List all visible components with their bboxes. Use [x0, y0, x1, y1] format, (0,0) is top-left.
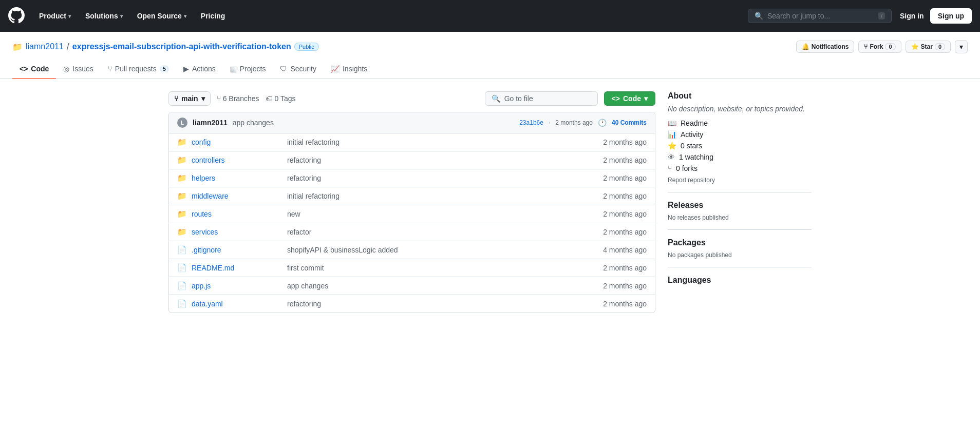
languages-title: Languages — [668, 276, 812, 285]
tab-pullrequests[interactable]: ⑂ Pull requests 5 — [101, 60, 176, 79]
packages-empty: No packages published — [668, 251, 812, 259]
chevron-down-icon: ▾ — [201, 94, 205, 103]
code-button[interactable]: <> Code ▾ — [604, 91, 655, 106]
forks-stat: ⑂ 0 forks — [668, 164, 812, 172]
repo-breadcrumb: 📁 liamn2011 / expressjs-email-subscripti… — [12, 40, 968, 53]
file-commit-routes: new — [279, 210, 598, 218]
file-row-middleware: 📁 middleware initial refactoring 2 month… — [169, 187, 655, 205]
repo-name-link[interactable]: expressjs-email-subscription-api-with-ve… — [72, 42, 291, 51]
file-name-routes[interactable]: routes — [192, 210, 274, 218]
code-icon: <> — [20, 65, 28, 73]
book-icon: 📖 — [668, 119, 676, 127]
star-count: 0 — [935, 43, 945, 50]
file-name-config[interactable]: config — [192, 138, 274, 146]
file-name-helpers[interactable]: helpers — [192, 174, 274, 182]
chevron-down-icon: ▾ — [68, 13, 71, 19]
file-row-readme: 📄 README.md first commit 2 months ago — [169, 259, 655, 277]
fork-icon: ⑂ — [864, 43, 868, 50]
about-section: About No description, website, or topics… — [668, 91, 812, 184]
tab-security[interactable]: 🛡 Security — [273, 60, 324, 79]
star-icon: ⭐ — [911, 43, 919, 50]
watching-stat: 👁 1 watching — [668, 153, 812, 161]
folder-icon: 📁 — [177, 173, 186, 183]
sign-in-link[interactable]: Sign in — [900, 12, 924, 20]
chevron-down-icon: ▾ — [120, 13, 123, 19]
file-name-appjs[interactable]: app.js — [192, 282, 274, 290]
folder-icon: 📁 — [177, 191, 186, 201]
go-to-file-input[interactable]: 🔍 Go to file — [485, 91, 598, 106]
file-name-readme[interactable]: README.md — [192, 264, 274, 272]
nav-item-pricing[interactable]: Pricing — [195, 8, 231, 24]
file-commit-gitignore: shopifyAPI & businessLogic added — [279, 246, 598, 254]
activity-link[interactable]: 📊 Activity — [668, 130, 812, 139]
languages-section: Languages — [668, 267, 812, 285]
folder-icon: 📁 — [177, 156, 186, 165]
file-time-gitignore: 4 months ago — [603, 246, 647, 254]
tags-link[interactable]: 🏷 0 Tags — [266, 94, 296, 103]
branch-icon: ⑂ — [174, 94, 178, 103]
star-button[interactable]: ⭐ Star 0 — [906, 41, 951, 53]
file-commit-middleware: initial refactoring — [279, 192, 598, 200]
file-name-middleware[interactable]: middleware — [192, 192, 274, 200]
visibility-badge: Public — [294, 43, 319, 51]
readme-link[interactable]: 📖 Readme — [668, 119, 812, 127]
commit-separator: · — [549, 119, 550, 126]
file-name-datayaml[interactable]: data.yaml — [192, 300, 274, 308]
file-icon: 📄 — [177, 263, 186, 273]
tab-code[interactable]: <> Code — [12, 60, 56, 79]
file-commit-config: initial refactoring — [279, 138, 598, 146]
commit-row: L liamn2011 app changes 23a1b6e · 2 mont… — [169, 112, 655, 133]
repo-owner-link[interactable]: liamn2011 — [26, 42, 64, 51]
nav-items: Product ▾ Solutions ▾ Open Source ▾ Pric… — [33, 8, 748, 24]
report-repo-link[interactable]: Report repository — [668, 177, 812, 184]
commit-time: 2 months ago — [555, 119, 593, 126]
security-icon: 🛡 — [280, 65, 287, 73]
file-name-gitignore[interactable]: .gitignore — [192, 246, 274, 254]
fork-count: 0 — [885, 43, 895, 50]
branches-link[interactable]: ⑂ 6 Branches — [217, 94, 259, 103]
github-logo[interactable] — [8, 7, 25, 25]
nav-item-opensource[interactable]: Open Source ▾ — [131, 8, 193, 24]
file-browser: ⑂ main ▾ ⑂ 6 Branches 🏷 0 Tags 🔍 Go to f… — [168, 91, 655, 313]
nav-item-product[interactable]: Product ▾ — [33, 8, 77, 24]
branch-selector[interactable]: ⑂ main ▾ — [168, 91, 211, 106]
file-table: L liamn2011 app changes 23a1b6e · 2 mont… — [168, 112, 655, 313]
nav-item-solutions[interactable]: Solutions ▾ — [79, 8, 129, 24]
tab-projects[interactable]: ▦ Projects — [223, 60, 273, 79]
commit-author[interactable]: liamn2011 — [193, 119, 228, 127]
history-icon: 🕐 — [598, 119, 607, 127]
file-row-appjs: 📄 app.js app changes 2 months ago — [169, 277, 655, 295]
tab-issues[interactable]: ◎ Issues — [56, 60, 100, 79]
search-icon: 🔍 — [492, 94, 500, 103]
tab-actions[interactable]: ▶ Actions — [176, 60, 223, 79]
fork-button[interactable]: ⑂ Fork 0 — [858, 41, 901, 53]
notifications-button[interactable]: 🔔 Notifications — [796, 41, 855, 53]
pr-icon: ⑂ — [108, 65, 112, 73]
more-options-button[interactable]: ▾ — [955, 40, 968, 53]
tab-insights[interactable]: 📈 Insights — [324, 60, 374, 79]
tag-icon: 🏷 — [266, 94, 273, 103]
file-time-middleware: 2 months ago — [603, 192, 647, 200]
search-bar[interactable]: 🔍 Search or jump to... / — [748, 9, 892, 23]
actions-icon: ▶ — [183, 65, 189, 73]
chevron-down-icon: ▾ — [184, 13, 186, 19]
sign-up-button[interactable]: Sign up — [930, 8, 972, 24]
pr-badge: 5 — [160, 65, 169, 72]
file-commit-appjs: app changes — [279, 282, 598, 290]
issue-icon: ◎ — [63, 65, 69, 73]
bell-icon: 🔔 — [802, 43, 809, 50]
commits-count-link[interactable]: 40 Commits — [612, 119, 647, 126]
repo-tabs: <> Code ◎ Issues ⑂ Pull requests 5 ▶ Act… — [12, 60, 968, 79]
fork-icon: ⑂ — [668, 164, 672, 172]
commit-sha[interactable]: 23a1b6e — [519, 119, 543, 126]
folder-icon: 📁 — [177, 209, 186, 219]
repo-header: 📁 liamn2011 / expressjs-email-subscripti… — [0, 32, 980, 79]
file-row-config: 📁 config initial refactoring 2 months ag… — [169, 133, 655, 151]
file-time-services: 2 months ago — [603, 228, 647, 236]
file-name-services[interactable]: services — [192, 228, 274, 236]
file-name-controllers[interactable]: controllers — [192, 156, 274, 164]
branches-icon: ⑂ — [217, 94, 221, 103]
main-content: ⑂ main ▾ ⑂ 6 Branches 🏷 0 Tags 🔍 Go to f… — [156, 79, 824, 325]
sidebar: About No description, website, or topics… — [668, 91, 812, 313]
star-icon: ⭐ — [668, 142, 676, 150]
